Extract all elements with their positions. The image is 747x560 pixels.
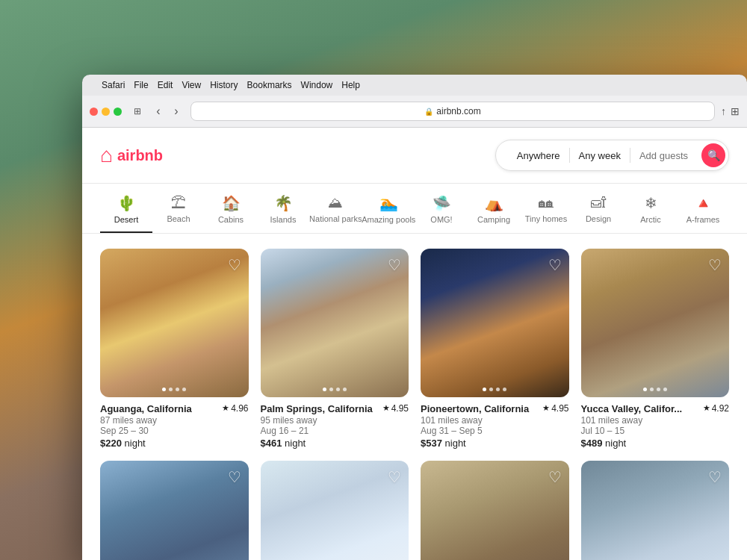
search-guests[interactable]: Add guests <box>630 146 697 166</box>
wishlist-button-3[interactable]: ♡ <box>548 256 562 274</box>
listings-second-row: ♡ Joshua Tree, California ★ 4.97 108 mil… <box>100 461 729 561</box>
listing-info-1: Aguanga, California ★ 4.96 <box>100 403 249 414</box>
menu-window[interactable]: Window <box>301 80 333 90</box>
wishlist-button-7[interactable]: ♡ <box>548 468 562 486</box>
category-tiny-homes[interactable]: 🏘 Tiny homes <box>520 184 572 233</box>
listing-photo-8 <box>581 461 730 561</box>
category-camping[interactable]: ⛺ Camping <box>468 184 520 233</box>
dot-1 <box>643 388 647 391</box>
listing-rating-2: ★ 4.95 <box>382 403 409 414</box>
dot-4 <box>343 388 347 391</box>
minimize-button[interactable] <box>102 108 110 116</box>
listing-rating-3: ★ 4.95 <box>542 403 568 414</box>
dot-1 <box>162 388 166 391</box>
amazing-pools-icon: 🏊 <box>379 194 398 212</box>
tiny-homes-icon: 🏘 <box>539 194 554 211</box>
listing-card-3[interactable]: ♡ Pioneertown, California ★ 4.95 101 mil… <box>421 249 569 449</box>
omg-icon: 🛸 <box>433 194 451 212</box>
search-location[interactable]: Anywhere <box>508 146 569 166</box>
listing-card-5[interactable]: ♡ Joshua Tree, California ★ 4.97 108 mil… <box>100 461 249 561</box>
listing-photo-3 <box>421 249 569 397</box>
listing-card-4[interactable]: ♡ Yucca Valley, Califor... ★ 4.92 101 mi… <box>581 249 730 449</box>
menu-bookmarks[interactable]: Bookmarks <box>247 80 292 90</box>
search-bar: Anywhere Any week Add guests 🔍 <box>495 140 729 171</box>
star-icon: ★ <box>542 403 550 413</box>
listing-dots-3 <box>483 388 506 391</box>
traffic-lights <box>90 108 122 116</box>
sidebar-toggle[interactable]: ⊞ <box>131 105 144 118</box>
listing-location-4: Yucca Valley, Califor... <box>581 403 683 414</box>
forward-button[interactable]: › <box>168 103 185 119</box>
listing-card-7[interactable]: ♡ Twentynine Palms, CA ★ 4.93 115 miles … <box>421 461 569 561</box>
national-parks-icon: ⛰ <box>328 194 343 211</box>
listing-card-6[interactable]: ♡ Borrego Springs, CA ★ 4.88 132 miles a… <box>261 461 409 561</box>
airbnb-logo-text: airbnb <box>117 147 163 164</box>
listing-photo-6 <box>261 461 409 561</box>
category-amazing-pools[interactable]: 🏊 Amazing pools <box>362 184 416 233</box>
laptop-frame: Safari File Edit View History Bookmarks … <box>82 75 747 560</box>
dot-4 <box>182 388 186 391</box>
star-icon: ★ <box>222 403 229 413</box>
maximize-button[interactable] <box>114 108 122 116</box>
menu-view[interactable]: View <box>182 80 201 90</box>
islands-label: Islands <box>270 215 297 224</box>
search-dates[interactable]: Any week <box>570 146 630 166</box>
listing-price-3: $537 night <box>421 438 569 449</box>
category-desert[interactable]: 🌵 Desert <box>100 184 152 233</box>
listing-image-2: ♡ <box>261 249 409 397</box>
share-icon[interactable]: ↑ <box>721 105 726 117</box>
menu-history[interactable]: History <box>210 80 238 90</box>
dot-2 <box>329 388 333 391</box>
menu-help[interactable]: Help <box>341 80 360 90</box>
wishlist-button-6[interactable]: ♡ <box>388 468 401 486</box>
category-design[interactable]: 🛋 Design <box>572 184 624 233</box>
listing-distance-1: 87 miles away <box>100 415 249 426</box>
listing-photo-7 <box>421 461 569 561</box>
back-button[interactable]: ‹ <box>150 103 167 119</box>
airbnb-logo[interactable]: ⌂ airbnb <box>100 143 163 167</box>
listing-card-2[interactable]: ♡ Palm Springs, California ★ 4.95 95 mil… <box>261 249 409 449</box>
search-button[interactable]: 🔍 <box>701 143 725 167</box>
listing-distance-2: 95 miles away <box>261 415 409 426</box>
design-label: Design <box>586 214 611 223</box>
wishlist-button-2[interactable]: ♡ <box>388 256 401 274</box>
dot-2 <box>169 388 173 391</box>
dot-1 <box>323 388 326 391</box>
listing-info-4: Yucca Valley, Califor... ★ 4.92 <box>581 403 730 414</box>
wishlist-button-8[interactable]: ♡ <box>708 468 722 486</box>
address-bar[interactable]: 🔒 airbnb.com <box>190 102 715 121</box>
listings-grid: ♡ Aguanga, California ★ 4.96 87 miles aw… <box>100 249 729 449</box>
price-amount: $489 <box>581 438 603 449</box>
listing-image-1: ♡ <box>100 249 249 397</box>
menu-safari[interactable]: Safari <box>102 80 125 90</box>
tabs-icon[interactable]: ⊞ <box>731 105 740 117</box>
price-amount: $461 <box>261 438 282 449</box>
category-cabins[interactable]: 🏠 Cabins <box>205 184 257 233</box>
category-omg[interactable]: 🛸 OMG! <box>415 184 468 233</box>
a-frames-label: A-frames <box>686 215 720 224</box>
menu-edit[interactable]: Edit <box>158 80 173 90</box>
listing-photo-2 <box>261 249 409 397</box>
wishlist-button-5[interactable]: ♡ <box>228 468 241 486</box>
dot-3 <box>657 388 660 391</box>
browser-content: ⌂ airbnb Anywhere Any week Add guests 🔍 … <box>82 128 747 560</box>
listing-rating-1: ★ 4.96 <box>222 403 248 414</box>
price-amount: $220 <box>100 438 122 449</box>
category-beach[interactable]: ⛱ Beach <box>152 184 205 233</box>
category-national-parks[interactable]: ⛰ National parks <box>309 184 362 233</box>
listing-rating-4: ★ 4.92 <box>703 403 729 414</box>
category-a-frames[interactable]: 🔺 A-frames <box>677 184 729 233</box>
listing-card-1[interactable]: ♡ Aguanga, California ★ 4.96 87 miles aw… <box>100 249 249 449</box>
menu-file[interactable]: File <box>134 80 148 90</box>
camping-label: Camping <box>477 215 510 224</box>
listing-info-3: Pioneertown, California ★ 4.95 <box>421 403 569 414</box>
close-button[interactable] <box>90 108 98 116</box>
listing-dots-2 <box>323 388 347 391</box>
wishlist-button-1[interactable]: ♡ <box>228 256 241 274</box>
listing-card-8[interactable]: ♡ Desert Hot Springs, CA ★ 4.90 97 miles… <box>581 461 730 561</box>
airbnb-header: ⌂ airbnb Anywhere Any week Add guests 🔍 <box>82 128 747 184</box>
category-arctic[interactable]: ❄ Arctic <box>624 184 677 233</box>
category-islands[interactable]: 🌴 Islands <box>257 184 309 233</box>
wishlist-button-4[interactable]: ♡ <box>708 256 722 274</box>
dot-2 <box>489 388 493 391</box>
